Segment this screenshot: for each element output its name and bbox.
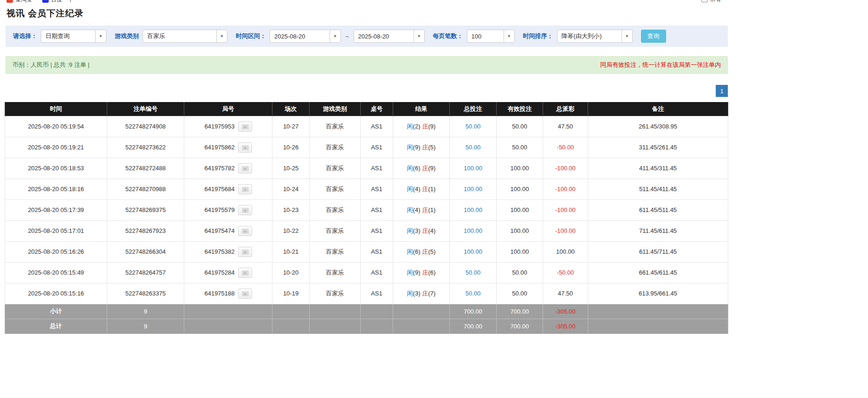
page: 爱淘宝 百度一下 所有 视讯 会员下注纪录 请选择： 日期查询 ▼ 游戏类别 <box>0 0 733 334</box>
chevron-down-icon[interactable]: ▼ <box>622 30 632 42</box>
table-row: 2025-08-20 05:17:39522748269375641975579… <box>5 199 728 220</box>
footer-cell <box>588 319 728 334</box>
cell-time: 2025-08-20 05:16:26 <box>5 241 107 262</box>
cell-payout: 47.50 <box>543 116 588 137</box>
cell-valid_bet: 50.00 <box>497 262 543 283</box>
bookmarks-bar: 爱淘宝 百度一下 所有 <box>0 0 728 5</box>
player-result: 闲(6) <box>407 248 421 255</box>
round-number: 641975188 <box>204 290 234 297</box>
chevron-down-icon[interactable]: ▼ <box>95 30 106 42</box>
cell-round: 641975382 <box>184 241 272 262</box>
sort-label: 时间排序： <box>523 32 553 40</box>
subtotal-row: 小计9700.00700.00-305.00 <box>5 304 728 319</box>
cell-valid_bet: 50.00 <box>497 116 543 137</box>
game-type-value: 百家乐 <box>143 30 216 42</box>
cell-game: 百家乐 <box>310 137 361 158</box>
total-bet-link[interactable]: 50.00 <box>450 137 497 158</box>
cell-note: 261.45/308.95 <box>588 116 728 137</box>
game-type-select[interactable]: 百家乐 ▼ <box>143 30 227 43</box>
total-bet-link[interactable]: 50.00 <box>450 262 497 283</box>
cell-time: 2025-08-20 05:19:21 <box>5 137 107 158</box>
footer-cell <box>184 304 272 319</box>
search-button[interactable]: 查询 <box>641 30 666 43</box>
round-result-image-icon[interactable] <box>238 226 252 236</box>
bookmark-aitaobao[interactable]: 爱淘宝 <box>6 0 32 4</box>
date-to-select[interactable]: 2025-08-20 ▼ <box>354 30 425 43</box>
page-size-select[interactable]: 100 ▼ <box>467 30 515 43</box>
column-header: 局号 <box>184 102 272 116</box>
cell-payout: -50.00 <box>543 137 588 158</box>
footer-cell <box>361 304 393 319</box>
column-header: 注单编号 <box>107 102 184 116</box>
cell-note: 411.45/311.45 <box>588 158 728 179</box>
cell-bet_id: 522748267923 <box>107 220 184 241</box>
round-number: 641975782 <box>204 165 234 172</box>
total-bet-link[interactable]: 100.00 <box>450 179 497 199</box>
round-result-image-icon[interactable] <box>238 268 252 278</box>
cell-session: 10-25 <box>272 158 310 179</box>
cell-result: 闲(9)庄(5) <box>393 137 450 158</box>
date-from-select[interactable]: 2025-08-20 ▼ <box>270 30 341 43</box>
cell-payout: 47.50 <box>543 283 588 304</box>
cell-game: 百家乐 <box>310 262 361 283</box>
bookmark-label: 爱淘宝 <box>15 0 32 4</box>
footer-cell: 9 <box>107 319 184 334</box>
total-bet-link[interactable]: 50.00 <box>450 116 497 137</box>
round-result-image-icon[interactable] <box>238 289 252 299</box>
cell-valid_bet: 100.00 <box>497 220 543 241</box>
total-bet-link[interactable]: 100.00 <box>450 220 497 241</box>
round-result-image-icon[interactable] <box>238 163 252 173</box>
summary-bar: 币别：人民币 | 总共 :9 注单 | 同局有效投注，统一计算在该局第一张注单内 <box>6 56 728 74</box>
query-type-select[interactable]: 日期查询 ▼ <box>41 30 106 43</box>
round-result-image-icon[interactable] <box>238 142 252 153</box>
cell-bet_id: 522748263375 <box>107 283 184 304</box>
footer-cell: -305.00 <box>543 304 588 319</box>
cell-time: 2025-08-20 05:18:53 <box>5 158 107 179</box>
total-bet-link[interactable]: 100.00 <box>450 158 497 179</box>
round-number: 641975953 <box>204 123 234 130</box>
cell-table_no: AS1 <box>361 116 393 137</box>
cell-table_no: AS1 <box>361 283 393 304</box>
cell-round: 641975782 <box>184 158 272 179</box>
bookmark-all-folder[interactable]: 所有 <box>701 0 721 3</box>
chevron-down-icon[interactable]: ▼ <box>330 30 340 42</box>
banker-result: 庄(5) <box>422 248 436 255</box>
footer-cell: 700.00 <box>497 319 543 334</box>
cell-time: 2025-08-20 05:15:16 <box>5 283 107 304</box>
cell-note: 711.45/611.45 <box>588 220 728 241</box>
cell-round: 641975188 <box>184 283 272 304</box>
player-result: 闲(2) <box>407 123 421 130</box>
round-number: 641975382 <box>204 248 234 255</box>
chevron-down-icon[interactable]: ▼ <box>216 30 227 42</box>
total-bet-link[interactable]: 50.00 <box>450 283 497 304</box>
chevron-down-icon[interactable]: ▼ <box>504 30 514 42</box>
table-row: 2025-08-20 05:15:16522748263375641975188… <box>5 283 728 304</box>
round-result-image-icon[interactable] <box>238 122 252 132</box>
cell-time: 2025-08-20 05:15:49 <box>5 262 107 283</box>
page-1-button[interactable]: 1 <box>716 85 728 97</box>
cell-bet_id: 522748274908 <box>107 116 184 137</box>
cell-bet_id: 522748272488 <box>107 158 184 179</box>
game-type-label: 游戏类别 <box>115 32 139 40</box>
cell-result: 闲(6)庄(9) <box>393 158 450 179</box>
banker-result: 庄(6) <box>422 269 436 276</box>
round-result-image-icon[interactable] <box>238 205 252 215</box>
chevron-down-icon[interactable]: ▼ <box>414 30 424 42</box>
sort-value: 降幂(由大到小) <box>557 30 622 42</box>
total-bet-link[interactable]: 100.00 <box>450 241 497 262</box>
bookmark-baidu[interactable]: 百度一下 <box>42 0 73 4</box>
round-result-image-icon[interactable] <box>238 247 252 257</box>
round-number: 641975862 <box>204 144 234 151</box>
summary-warning-text: 同局有效投注，统一计算在该局第一张注单内 <box>600 61 721 69</box>
table-row: 2025-08-20 05:16:26522748266304641975382… <box>5 241 728 262</box>
total-bet-link[interactable]: 100.00 <box>450 199 497 220</box>
sort-select[interactable]: 降幂(由大到小) ▼ <box>557 30 633 43</box>
footer-cell <box>310 319 361 334</box>
cell-payout: -100.00 <box>543 179 588 199</box>
cell-round: 641975953 <box>184 116 272 137</box>
table-row: 2025-08-20 05:18:16522748270988641975684… <box>5 179 728 199</box>
bookmark-all-label: 所有 <box>710 0 721 3</box>
query-type-label: 请选择： <box>13 32 37 40</box>
round-result-image-icon[interactable] <box>238 184 252 194</box>
cell-bet_id: 522748270988 <box>107 179 184 199</box>
